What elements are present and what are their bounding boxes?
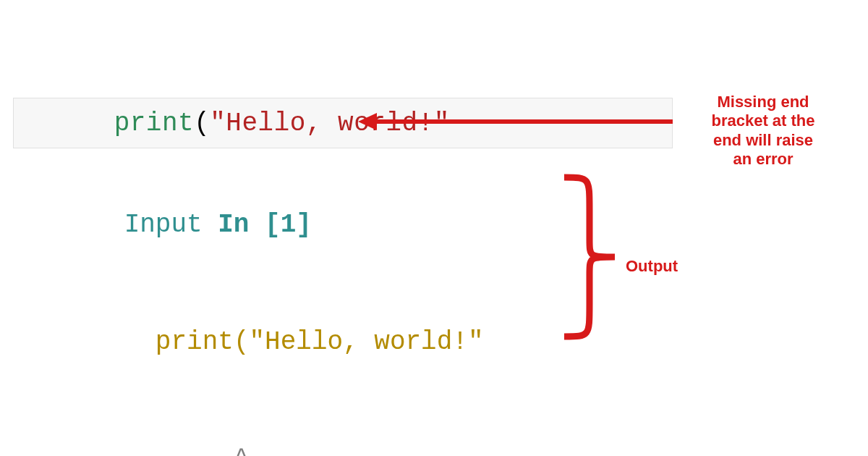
output-caret: ^ — [234, 444, 250, 456]
output-block: Input In [1] print("Hello, world!" ^ Syn… — [30, 166, 580, 456]
output-bracket-close: ] — [296, 210, 312, 240]
output-index: 1 — [281, 210, 297, 240]
output-bracket-open: [ — [265, 210, 281, 240]
annotation-top-line1: Missing end — [680, 93, 846, 111]
svg-marker-1 — [358, 113, 377, 130]
output-input-header: Input In [1] — [30, 166, 580, 284]
brace-icon — [564, 170, 622, 344]
annotation-output: Output — [626, 257, 678, 276]
output-input-label: Input — [124, 210, 218, 240]
output-echo-rest: ("Hello, world!" — [234, 327, 484, 357]
token-open-paren: ( — [194, 109, 210, 138]
arrow-icon — [358, 107, 676, 136]
output-echo-func: print — [156, 327, 234, 357]
output-caret-line: ^ — [30, 401, 580, 456]
output-in-literal: In — [218, 210, 265, 240]
annotation-top-line2: bracket at the — [680, 111, 846, 130]
output-caret-indent — [124, 444, 234, 456]
annotation-top-line3: end will raise — [680, 131, 846, 150]
annotation-top-line4: an error — [680, 150, 846, 169]
token-function: print — [114, 109, 195, 138]
output-echo-line: print("Hello, world!" — [30, 284, 580, 401]
output-echo-indent — [124, 327, 156, 357]
annotation-missing-bracket: Missing end bracket at the end will rais… — [680, 93, 846, 169]
